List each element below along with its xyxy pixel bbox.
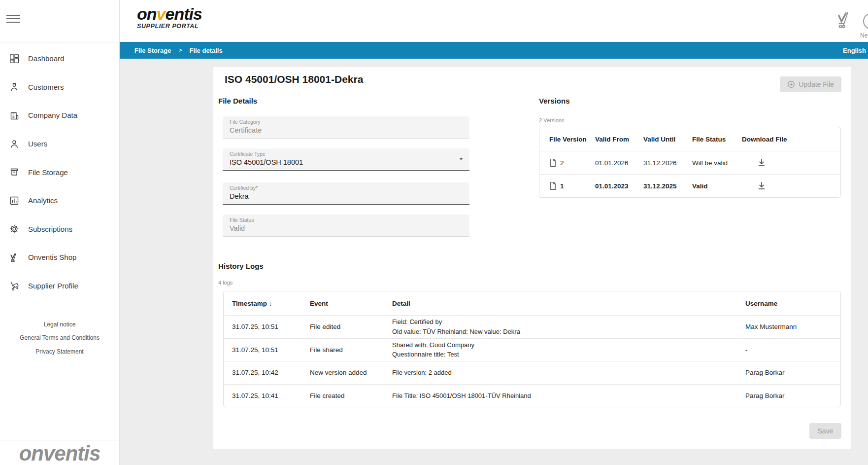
history-logs-count: 4 logs — [218, 280, 233, 286]
sidebar-footer-logo: onventis — [0, 440, 119, 465]
history-logs-heading: History Logs — [218, 262, 264, 270]
breadcrumb-file-details: File details — [189, 47, 222, 54]
shop-cart-icon[interactable] — [835, 11, 853, 30]
certified-by-field[interactable]: Certified by* Dekra — [223, 182, 469, 205]
sidebar-item-company-data[interactable]: Company Data — [0, 101, 119, 130]
history-log-row: 31.07.25, 10:51 File shared Shared with:… — [224, 338, 840, 361]
history-logs-table: Timestamp↓ Event Detail Username 31.07.2… — [223, 291, 841, 407]
top-header: onventis SUPPLIER PORTAL Ne — [120, 0, 868, 42]
file-icon — [549, 158, 557, 167]
sidebar: Dashboard Customers Company Data Use — [0, 0, 120, 465]
sidebar-item-analytics[interactable]: Analytics — [0, 186, 119, 215]
dashboard-icon — [9, 53, 20, 64]
hamburger-menu-icon[interactable] — [6, 15, 20, 23]
file-details-heading: File Details — [218, 97, 257, 105]
sidebar-item-subscriptions[interactable]: Subscriptions — [0, 215, 119, 244]
sidebar-item-file-storage[interactable]: File Storage — [0, 158, 119, 186]
timestamp-sort-header[interactable]: Timestamp↓ — [232, 300, 310, 307]
file-icon — [549, 181, 557, 190]
history-log-row: 31.07.25, 10:41 File created File Title:… — [224, 384, 840, 407]
download-file-icon[interactable] — [757, 181, 767, 191]
subscriptions-gear-icon — [9, 223, 20, 234]
sidebar-item-dashboard[interactable]: Dashboard — [0, 44, 119, 73]
sidebar-item-users[interactable]: Users — [0, 130, 119, 158]
sidebar-item-onventis-shop[interactable]: Onventis Shop — [0, 243, 119, 272]
sort-desc-icon: ↓ — [269, 300, 272, 307]
sidebar-nav: Dashboard Customers Company Data Use — [0, 44, 119, 300]
file-status-field: File Status Valid — [223, 215, 469, 237]
logo-checkmark: v — [157, 4, 166, 23]
sidebar-item-supplier-profile[interactable]: Supplier Profile — [0, 272, 119, 300]
version-row: 2 01.01.2026 31.12.2026 Will be valid — [539, 151, 840, 174]
breadcrumb-bar: File Storage > File details English — [120, 42, 868, 59]
news-label: Ne — [860, 32, 868, 39]
history-log-row: 31.07.25, 10:42 New version added File v… — [224, 361, 840, 384]
customers-icon — [9, 81, 20, 92]
sidebar-item-label: Supplier Profile — [28, 282, 78, 290]
supplier-profile-handtruck-icon — [9, 281, 20, 291]
versions-heading: Versions — [539, 97, 570, 105]
sidebar-item-label: Customers — [28, 83, 64, 91]
sidebar-item-customers[interactable]: Customers — [0, 73, 119, 102]
version-row: 1 01.01.2023 31.12.2025 Valid — [539, 174, 840, 197]
sidebar-item-label: Dashboard — [28, 54, 64, 63]
users-icon — [9, 139, 20, 149]
chevron-down-icon — [459, 158, 463, 160]
sidebar-item-label: File Storage — [28, 168, 68, 177]
legal-notice-link[interactable]: Legal notice — [0, 321, 119, 328]
breadcrumb-separator-icon: > — [178, 47, 182, 54]
file-storage-icon — [9, 167, 20, 178]
breadcrumb: File Storage > File details — [134, 47, 223, 54]
sidebar-item-label: Onventis Shop — [28, 253, 76, 261]
download-file-icon[interactable] — [757, 158, 767, 168]
terms-link[interactable]: General Terms and Conditions — [0, 334, 119, 341]
sidebar-item-label: Company Data — [28, 111, 77, 119]
sidebar-header — [0, 0, 119, 42]
page-title: ISO 45001/OSH 18001-Dekra — [225, 73, 363, 85]
versions-table-header: File Version Valid From Valid Until File… — [539, 127, 840, 151]
logo-tagline: SUPPLIER PORTAL — [137, 23, 202, 30]
file-category-field: File Category Certificate — [223, 116, 469, 139]
shop-cart-icon — [9, 252, 20, 263]
news-icon[interactable] — [863, 13, 868, 30]
versions-count: 2 Versions — [539, 117, 564, 123]
sidebar-item-label: Subscriptions — [28, 225, 72, 233]
versions-table: File Version Valid From Valid Until File… — [539, 127, 841, 198]
breadcrumb-file-storage[interactable]: File Storage — [134, 47, 171, 54]
certificate-type-dropdown[interactable]: Certificate Type ISO 45001/OSH 18001 — [223, 148, 469, 171]
privacy-link[interactable]: Privacy Statement — [0, 348, 119, 355]
history-table-header: Timestamp↓ Event Detail Username — [224, 291, 840, 315]
app-root: Dashboard Customers Company Data Use — [0, 0, 868, 465]
save-button[interactable]: Save — [809, 423, 841, 439]
plus-circle-icon — [787, 80, 795, 88]
sidebar-item-label: Users — [28, 140, 47, 148]
sidebar-item-label: Analytics — [28, 196, 58, 205]
company-data-icon — [9, 110, 20, 121]
onventis-logo: onventis SUPPLIER PORTAL — [137, 5, 202, 30]
language-selector[interactable]: English — [843, 47, 866, 54]
history-log-row: 31.07.25, 10:51 File edited Field: Certi… — [224, 315, 840, 338]
analytics-icon — [9, 195, 20, 206]
update-file-button[interactable]: Update File — [780, 76, 841, 92]
